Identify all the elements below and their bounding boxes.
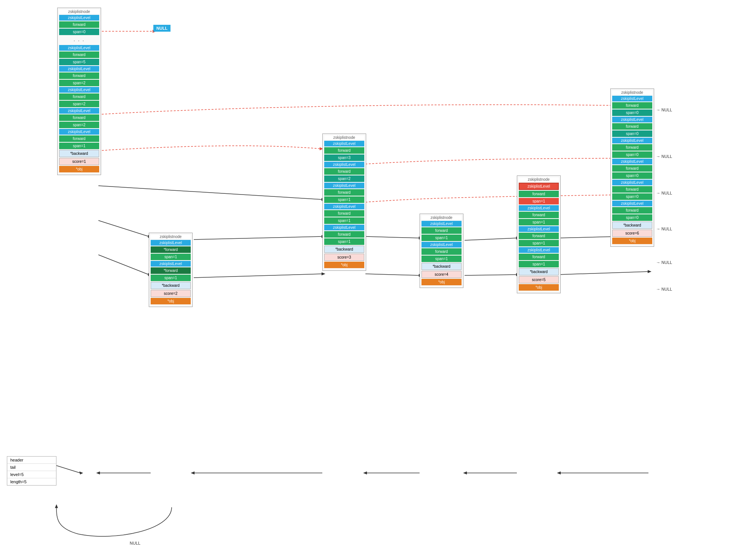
info-box: header tail level=5 length=5 xyxy=(7,456,56,486)
node2-forward-2: *forward xyxy=(151,267,191,274)
svg-marker-22 xyxy=(363,471,367,474)
node6-level-label-top: zskiplistLevel xyxy=(612,96,652,101)
node6-level-label-2: zskiplistLevel xyxy=(612,117,652,122)
node6-forward-1b: forward xyxy=(612,165,652,172)
node6-level-label-1b: zskiplistLevel xyxy=(612,159,652,164)
node6-level-1c: zskiplistLevel forward span=0 xyxy=(612,180,652,200)
header-span-1: span=1 xyxy=(59,143,99,149)
node4-forward-1b: forward xyxy=(421,248,462,255)
header-node-title: zskiplistnode xyxy=(59,10,99,14)
node6-forward-1c: forward xyxy=(612,186,652,193)
header-level-label-1: zskiplistLevel xyxy=(59,129,99,135)
node2-level-label-1: zskiplistLevel xyxy=(151,240,191,246)
node4-span-1a: span=1 xyxy=(421,235,462,241)
node3-level-1a: zskiplistLevel forward span=1 xyxy=(324,183,364,203)
node2-span-2: span=1 xyxy=(151,275,191,281)
node4-level-1b: zskiplistLevel forward span=1 xyxy=(421,242,462,262)
svg-marker-20 xyxy=(463,471,467,474)
node3-forward-1b: forward xyxy=(324,210,364,217)
node3-forward-3: forward xyxy=(324,147,364,154)
node4-level-1a: zskiplistLevel forward span=1 xyxy=(421,221,462,241)
svg-marker-26 xyxy=(96,471,100,474)
node3-level-label-1b: zskiplistLevel xyxy=(324,204,364,209)
svg-marker-24 xyxy=(191,471,195,474)
node5-forward-1a: forward xyxy=(519,212,559,218)
node6-title: zskiplistnode xyxy=(612,90,652,95)
header-forward-5: forward xyxy=(59,51,99,58)
header-forward-1: forward xyxy=(59,135,99,142)
null-text-2: → NULL xyxy=(656,154,672,159)
node5-level-label-1a: zskiplistLevel xyxy=(519,205,559,211)
node5-backward: *backward xyxy=(519,268,559,275)
header-forward-top: forward xyxy=(59,21,99,28)
svg-marker-18 xyxy=(557,471,561,474)
node5-forward-red: forward xyxy=(519,191,559,197)
node6-forward-1a: forward xyxy=(612,144,652,151)
header-level-2a: zskiplistLevel forward span=2 xyxy=(59,66,99,86)
node3-level-label-1c: zskiplistLevel xyxy=(324,225,364,230)
node4-span-1b: span=1 xyxy=(421,256,462,262)
header-span-top: span=0 xyxy=(59,29,99,35)
node5-forward-1b: forward xyxy=(519,233,559,239)
node5-span-1b: span=1 xyxy=(519,240,559,246)
null-text-6: → NULL xyxy=(656,287,672,291)
header-level-label-top: zskiplistLevel xyxy=(59,15,99,21)
svg-marker-31 xyxy=(79,471,83,474)
node3-level-label-2: zskiplistLevel xyxy=(324,162,364,167)
node2-level-2: zskiplistLevel *forward span=1 xyxy=(151,261,191,281)
node4: zskiplistnode zskiplistLevel forward spa… xyxy=(420,214,463,288)
header-forward-2b: forward xyxy=(59,93,99,100)
header-span-5: span=5 xyxy=(59,59,99,65)
node2-span-1: span=1 xyxy=(151,254,191,260)
node5-level-red: zskiplistLevel forward span=1 xyxy=(519,183,559,204)
node3-span-1a: span=1 xyxy=(324,196,364,203)
node5-span-1c: span=1 xyxy=(519,261,559,267)
node6-score: score=6 xyxy=(612,230,652,237)
info-header: header xyxy=(7,457,56,464)
header-level-label-2b: zskiplistLevel xyxy=(59,87,99,93)
node5-level-1a: zskiplistLevel forward span=1 xyxy=(519,205,559,225)
node3-level-2: zskiplistLevel forward span=2 xyxy=(324,162,364,182)
node2-level-1: zskiplistLevel *forward span=1 xyxy=(151,240,191,260)
node4-backward: *backward xyxy=(421,263,462,270)
node3-level-1b: zskiplistLevel forward span=1 xyxy=(324,204,364,224)
node5-level-1c: zskiplistLevel forward span=1 xyxy=(519,247,559,267)
node2-title: zskiplistnode xyxy=(151,235,191,239)
node3-level-1c: zskiplistLevel forward span=1 xyxy=(324,225,364,245)
header-span-2b: span=2 xyxy=(59,101,99,107)
node6-span-2: span=0 xyxy=(612,130,652,137)
node6-level-top: zskiplistLevel forward span=0 xyxy=(612,96,652,116)
node3-forward-1a: forward xyxy=(324,189,364,196)
node6-level-label-1c: zskiplistLevel xyxy=(612,180,652,185)
node3-span-1c: span=1 xyxy=(324,238,364,245)
header-level-2b: zskiplistLevel forward span=2 xyxy=(59,87,99,107)
node6-level-label-1a: zskiplistLevel xyxy=(612,138,652,143)
node4-obj: *obj xyxy=(421,279,462,285)
null-text-1: → NULL xyxy=(656,108,672,112)
node6-level-1b: zskiplistLevel forward span=0 xyxy=(612,159,652,179)
node6-level-1a: zskiplistLevel forward span=0 xyxy=(612,138,652,158)
header-dots: · · · xyxy=(59,36,99,45)
node6-level-label-1d: zskiplistLevel xyxy=(612,201,652,206)
null-text-3: → NULL xyxy=(656,191,672,195)
node3-level-3: zskiplistLevel forward span=3 xyxy=(324,141,364,161)
null-text-bottom: NULL xyxy=(130,541,140,545)
node3-span-1b: span=1 xyxy=(324,217,364,224)
header-level-5: zskiplistLevel forward span=5 xyxy=(59,45,99,65)
node6-backward: *backward xyxy=(612,222,652,229)
header-level-label-2a: zskiplistLevel xyxy=(59,66,99,72)
header-level-top: zskiplistLevel forward span=0 xyxy=(59,15,99,35)
node4-title: zskiplistnode xyxy=(421,215,462,220)
header-forward-2c: forward xyxy=(59,114,99,121)
node2-backward: *backward xyxy=(151,282,191,289)
node6-obj: *obj xyxy=(612,238,652,244)
diagram-container: NULL → NULL → NULL → NULL → NULL → NULL … xyxy=(0,0,756,550)
node4-level-label-1a: zskiplistLevel xyxy=(421,221,462,227)
node2-obj: *obj xyxy=(151,298,191,304)
svg-marker-13 xyxy=(322,272,325,275)
node6-level-1d: zskiplistLevel forward span=0 xyxy=(612,201,652,221)
null-text-4: → NULL xyxy=(656,227,672,231)
node3-level-label-3: zskiplistLevel xyxy=(324,141,364,146)
header-span-2c: span=2 xyxy=(59,122,99,128)
node2-level-label-2: zskiplistLevel xyxy=(151,261,191,267)
